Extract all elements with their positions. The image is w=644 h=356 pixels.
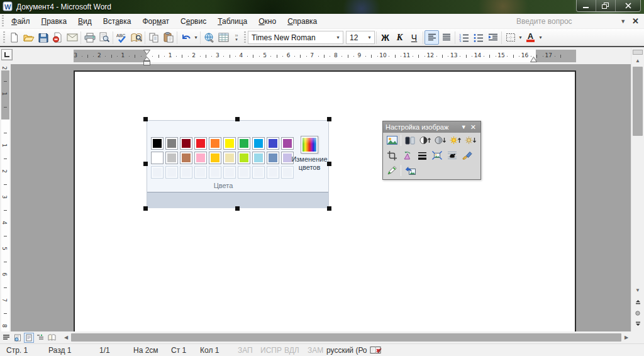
insert-picture-button[interactable] xyxy=(384,133,399,147)
scroll-down-icon[interactable]: ▼ xyxy=(633,286,643,295)
selection-handle[interactable] xyxy=(327,162,331,166)
spelling-button[interactable]: ABC xyxy=(114,30,129,45)
research-button[interactable] xyxy=(129,30,143,45)
color-button[interactable] xyxy=(402,133,418,147)
close-document-icon[interactable]: ✕ xyxy=(628,16,644,26)
embedded-picture-object[interactable]: Изменение цветов Цвета xyxy=(147,120,329,208)
ask-question-box[interactable]: Введите вопрос ▼ xyxy=(516,17,628,26)
vertical-scrollbar[interactable]: ▲ ▼ xyxy=(631,48,644,331)
new-document-button[interactable] xyxy=(7,30,21,45)
status-flag-зап[interactable]: ЗАП xyxy=(238,346,253,355)
menu-item-8[interactable]: Справка xyxy=(282,15,323,28)
line-style-button[interactable] xyxy=(414,148,430,162)
previous-page-button[interactable] xyxy=(633,298,643,308)
less-brightness-button[interactable] xyxy=(463,133,478,147)
next-page-button[interactable] xyxy=(633,318,643,328)
horizontal-ruler[interactable]: 3211234567891011121314151617 xyxy=(74,50,576,62)
menu-item-5[interactable]: Сервис xyxy=(175,15,212,28)
less-contrast-button[interactable] xyxy=(433,133,448,147)
save-button[interactable] xyxy=(36,30,50,45)
undo-button[interactable] xyxy=(179,30,193,45)
menu-item-2[interactable]: Вид xyxy=(72,15,97,28)
toolbar-close-icon[interactable]: ✕ xyxy=(469,123,478,131)
crop-button[interactable] xyxy=(384,148,399,162)
horizontal-scrollbar-thumb[interactable] xyxy=(71,333,621,342)
status-flag-зам[interactable]: ЗАМ xyxy=(308,346,323,355)
select-browse-object-button[interactable] xyxy=(633,308,643,318)
print-preview-button[interactable] xyxy=(97,30,111,45)
reading-layout-view-button[interactable] xyxy=(47,333,57,343)
open-button[interactable] xyxy=(21,30,36,45)
font-color-button[interactable]: А xyxy=(523,30,538,45)
chevron-down-icon[interactable]: ▼ xyxy=(620,18,626,25)
menu-item-3[interactable]: Вставка xyxy=(97,15,137,28)
formatting-toolbar-grip[interactable] xyxy=(244,31,246,44)
paste-button[interactable] xyxy=(161,30,175,45)
selection-handle[interactable] xyxy=(327,117,331,121)
rotate-left-button[interactable] xyxy=(399,148,414,162)
permission-button[interactable] xyxy=(50,30,65,45)
web-layout-view-button[interactable] xyxy=(13,333,23,343)
set-transparent-color-button[interactable] xyxy=(384,164,399,177)
undo-dropdown-icon[interactable]: ▾ xyxy=(193,30,199,45)
selection-handle[interactable] xyxy=(143,162,148,166)
split-handle[interactable] xyxy=(633,50,643,55)
border-dropdown-icon[interactable]: ▾ xyxy=(518,30,523,45)
menu-item-0[interactable]: Файл xyxy=(6,15,36,28)
spelling-status-icon[interactable] xyxy=(370,345,382,356)
right-indent-marker[interactable] xyxy=(530,57,537,62)
more-brightness-button[interactable] xyxy=(448,133,463,147)
underline-button[interactable]: Ч xyxy=(407,30,421,45)
scroll-right-icon[interactable]: ▶ xyxy=(622,333,631,342)
selection-handle[interactable] xyxy=(235,117,240,121)
insert-table-button[interactable] xyxy=(216,30,231,45)
status-flag-испр[interactable]: ИСПР xyxy=(260,346,282,355)
text-wrapping-button[interactable] xyxy=(445,148,460,162)
print-button[interactable] xyxy=(82,30,97,45)
selection-handle[interactable] xyxy=(143,206,148,211)
more-contrast-button[interactable] xyxy=(418,133,433,147)
status-language[interactable]: русский (Ро xyxy=(326,346,367,355)
numbering-button[interactable]: 123 xyxy=(457,30,471,45)
vertical-scrollbar-thumb[interactable] xyxy=(633,67,643,136)
scroll-up-icon[interactable]: ▲ xyxy=(633,56,643,65)
restore-button[interactable] xyxy=(596,0,616,11)
indent-markers[interactable] xyxy=(143,50,150,67)
scroll-left-icon[interactable]: ◀ xyxy=(62,333,70,342)
bold-button[interactable]: Ж xyxy=(378,30,392,45)
selection-handle[interactable] xyxy=(327,206,331,211)
print-layout-view-button[interactable] xyxy=(24,333,34,343)
menu-item-4[interactable]: Формат xyxy=(136,15,175,28)
close-button[interactable] xyxy=(616,0,640,11)
selection-handle[interactable] xyxy=(143,117,148,121)
toolbar-options-icon[interactable]: ››▾ xyxy=(232,30,241,45)
standard-toolbar-grip[interactable] xyxy=(3,31,5,44)
compress-pictures-button[interactable] xyxy=(430,148,445,162)
insert-hyperlink-button[interactable] xyxy=(202,30,216,45)
menu-item-6[interactable]: Таблица xyxy=(212,15,253,28)
copy-button[interactable] xyxy=(147,30,161,45)
reset-picture-button[interactable] xyxy=(402,164,418,177)
vertical-ruler[interactable]: 2112345678 xyxy=(0,64,11,331)
menu-item-1[interactable]: Правка xyxy=(36,15,73,28)
align-left-button[interactable] xyxy=(425,30,439,45)
menu-item-7[interactable]: Окно xyxy=(253,15,282,28)
font-name-combo[interactable]: Times New Roman ▾ xyxy=(248,31,343,44)
outside-border-button[interactable] xyxy=(503,30,518,45)
increase-indent-button[interactable] xyxy=(486,30,500,45)
menu-grip[interactable] xyxy=(2,15,4,28)
tab-selector-button[interactable] xyxy=(1,49,13,60)
font-color-dropdown-icon[interactable]: ▾ xyxy=(538,30,543,45)
email-button[interactable] xyxy=(65,30,79,45)
minimize-button[interactable] xyxy=(577,0,596,11)
chevron-down-icon[interactable]: ▾ xyxy=(365,35,374,40)
picture-toolbar-titlebar[interactable]: Настройка изображ ▼ ✕ xyxy=(383,121,480,133)
normal-view-button[interactable] xyxy=(1,333,11,343)
selection-handle[interactable] xyxy=(235,206,240,211)
status-flag-вдл[interactable]: ВДЛ xyxy=(284,346,299,355)
bullets-button[interactable] xyxy=(471,30,486,45)
italic-button[interactable]: К xyxy=(392,30,407,45)
format-picture-button[interactable] xyxy=(460,148,475,162)
font-size-combo[interactable]: 12 ▾ xyxy=(346,31,375,44)
chevron-down-icon[interactable]: ▾ xyxy=(333,35,343,40)
